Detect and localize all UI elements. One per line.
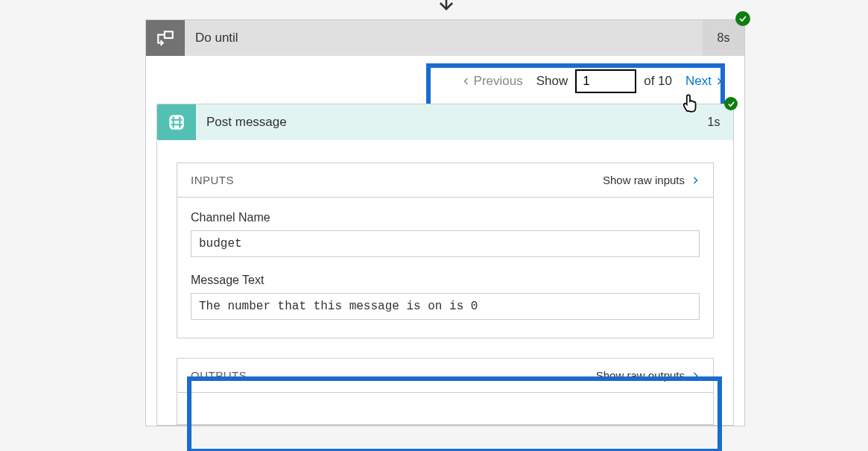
show-raw-outputs-link[interactable]: Show raw outputs	[596, 369, 700, 382]
inputs-body: Channel Name budget Message Text The num…	[177, 198, 713, 338]
chevron-right-icon	[691, 174, 700, 186]
show-raw-inputs-link[interactable]: Show raw inputs	[603, 174, 700, 186]
svg-rect-2	[169, 115, 184, 130]
post-message-title: Post message	[196, 115, 694, 130]
outputs-header: OUTPUTS Show raw outputs	[177, 359, 713, 393]
page-number-input[interactable]	[575, 69, 636, 93]
chevron-left-icon	[462, 75, 471, 87]
channel-name-value: budget	[191, 230, 700, 257]
svg-rect-1	[165, 31, 173, 38]
next-label: Next	[685, 74, 712, 89]
inputs-section: INPUTS Show raw inputs Channel Name budg…	[177, 163, 714, 338]
of-total-label: of 10	[644, 74, 672, 89]
channel-name-field: Channel Name budget	[191, 211, 700, 257]
inputs-header-title: INPUTS	[191, 174, 234, 186]
next-button[interactable]: Next	[685, 74, 723, 89]
previous-button[interactable]: Previous	[462, 74, 523, 89]
show-raw-inputs-label: Show raw inputs	[603, 174, 685, 186]
outputs-section: OUTPUTS Show raw outputs	[177, 358, 714, 425]
chevron-right-icon	[715, 75, 723, 87]
outputs-header-title: OUTPUTS	[191, 369, 247, 382]
inputs-header: INPUTS Show raw inputs	[177, 163, 713, 198]
channel-name-label: Channel Name	[191, 211, 700, 224]
post-message-duration: 1s	[694, 104, 733, 140]
iteration-pagination: Previous Show of 10 Next	[146, 56, 744, 101]
show-label: Show	[536, 74, 568, 89]
success-badge-icon	[735, 11, 750, 26]
success-badge-icon	[724, 97, 738, 110]
do-until-duration: 8s	[703, 20, 744, 56]
flow-arrow-down-icon	[436, 0, 457, 16]
previous-label: Previous	[474, 74, 523, 89]
show-page-group: Show of 10	[536, 69, 672, 93]
chevron-right-icon	[691, 370, 700, 382]
do-until-header[interactable]: Do until 8s	[146, 20, 744, 56]
message-text-label: Message Text	[191, 274, 700, 287]
slack-hash-icon	[157, 104, 196, 140]
do-until-title: Do until	[185, 31, 703, 45]
do-until-card: Do until 8s Previous Show of 10 Next	[145, 19, 745, 426]
message-text-field: Message Text The number that this messag…	[191, 274, 700, 320]
outputs-body	[177, 393, 713, 424]
post-message-card: Post message 1s INPUTS Show raw inputs	[156, 104, 734, 426]
message-text-value: The number that this message is on is 0	[191, 293, 700, 320]
show-raw-outputs-label: Show raw outputs	[596, 369, 685, 382]
do-until-icon	[146, 20, 185, 56]
post-message-header[interactable]: Post message 1s	[157, 104, 733, 140]
